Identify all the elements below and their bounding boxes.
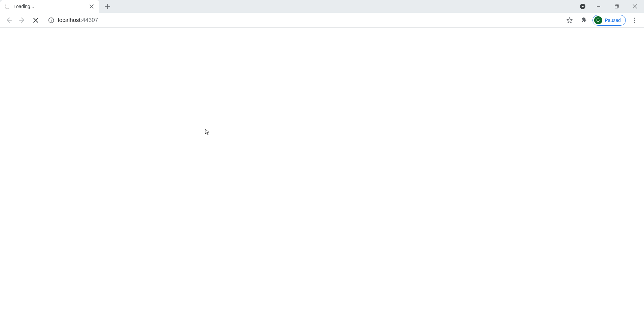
toolbar-right: G Paused	[564, 15, 641, 26]
profile-status-label: Paused	[605, 18, 621, 23]
maximize-icon	[615, 4, 619, 8]
close-icon	[90, 4, 94, 8]
close-icon	[33, 18, 38, 23]
svg-point-3	[51, 19, 52, 19]
site-info-button[interactable]	[48, 17, 55, 24]
url-host: localhost	[58, 17, 80, 23]
url-port: :44307	[80, 17, 98, 23]
download-circle-icon	[580, 3, 586, 9]
close-icon	[633, 4, 637, 9]
window-close-button[interactable]	[626, 0, 644, 13]
toolbar: localhost:44307 G Paused	[0, 13, 644, 28]
browser-menu-button[interactable]	[629, 15, 640, 26]
window-maximize-button[interactable]	[608, 0, 626, 13]
arrow-left-icon	[5, 17, 12, 24]
new-tab-button[interactable]	[102, 1, 113, 12]
plus-icon	[105, 4, 110, 9]
svg-point-7	[634, 22, 635, 23]
mouse-cursor-icon	[205, 129, 210, 136]
star-icon	[566, 17, 573, 24]
address-bar[interactable]: localhost:44307	[46, 15, 560, 26]
loading-spinner-icon	[5, 4, 10, 9]
extensions-button[interactable]	[578, 15, 589, 26]
kebab-menu-icon	[632, 17, 638, 23]
background-task-indicator[interactable]	[579, 3, 586, 10]
arrow-right-icon	[19, 17, 26, 24]
puzzle-icon	[580, 17, 587, 24]
browser-tab-active[interactable]: Loading...	[0, 0, 99, 13]
avatar: G	[594, 16, 602, 24]
svg-point-6	[634, 20, 635, 21]
info-icon	[48, 17, 54, 23]
bookmark-button[interactable]	[564, 15, 575, 26]
svg-rect-4	[51, 20, 52, 22]
window-controls	[579, 0, 644, 13]
nav-back-button[interactable]	[3, 14, 15, 26]
nav-forward-button[interactable]	[16, 14, 28, 26]
tab-close-button[interactable]	[88, 3, 95, 10]
minimize-icon	[597, 4, 601, 8]
profile-chip[interactable]: G Paused	[592, 15, 626, 26]
avatar-initial: G	[596, 18, 600, 23]
stop-loading-button[interactable]	[30, 14, 42, 26]
url-text: localhost:44307	[58, 17, 98, 24]
svg-rect-1	[615, 5, 618, 8]
page-content-blank	[0, 28, 644, 309]
window-minimize-button[interactable]	[589, 0, 608, 13]
tab-title: Loading...	[13, 4, 85, 9]
tab-strip: Loading...	[0, 0, 644, 13]
svg-point-5	[634, 18, 635, 19]
